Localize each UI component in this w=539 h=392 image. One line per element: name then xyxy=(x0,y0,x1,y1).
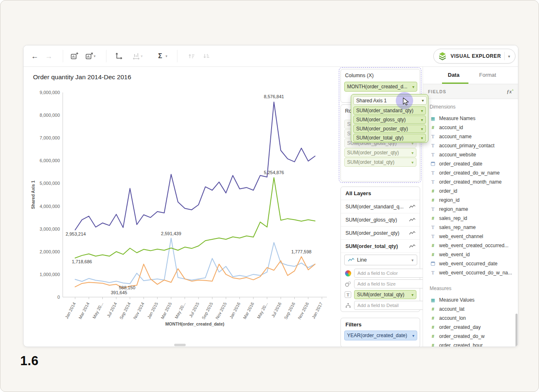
shared-axis-pill[interactable]: Shared Axis 1 ▾ xyxy=(353,96,427,105)
field-name: account_lon xyxy=(439,315,466,321)
field-item[interactable]: #sales_rep_id xyxy=(430,214,518,223)
x-tick-label: Mar 2014 xyxy=(78,301,90,320)
add-calculated-field-icon[interactable]: ƒx+ xyxy=(507,88,514,95)
add-chart-button[interactable] xyxy=(68,50,80,62)
tab-data[interactable]: Data xyxy=(448,72,459,78)
aggregate-button[interactable]: Σ xyxy=(154,50,166,62)
rows-pill[interactable]: SUM(order_total_qty)▾ xyxy=(344,158,416,167)
field-item[interactable]: #account_id xyxy=(430,123,518,132)
field-name: web_event_occurred_date xyxy=(439,261,497,267)
field-item[interactable]: ▦Measure Names xyxy=(430,114,518,123)
field-item[interactable]: #order_created_hour xyxy=(430,341,518,347)
field-item[interactable]: Tweb_event_channel xyxy=(430,232,518,241)
shared-axis-member-pill[interactable]: SUM(order_total_qty)▾ xyxy=(353,134,426,142)
shared-axis-member-pill[interactable]: SUM(order_standard_qty)▾ xyxy=(353,106,426,115)
text-pill-sum-order-total-qty[interactable]: SUM(order_total_qty) ▾ xyxy=(354,290,416,299)
chevron-down-icon[interactable]: ▾ xyxy=(411,293,414,297)
text-field-row: T SUM(order_total_qty) ▾ xyxy=(344,289,416,300)
forward-button[interactable]: → xyxy=(43,50,55,62)
visual-explorer-button[interactable]: VISUAL EXPLORER ▾ xyxy=(433,49,515,64)
swap-axes-button[interactable] xyxy=(113,50,125,62)
field-name: order_id xyxy=(439,188,457,194)
chevron-down-icon[interactable]: ▾ xyxy=(141,54,143,58)
layer-item[interactable]: SUM(order_total_qty) xyxy=(341,240,420,253)
field-item[interactable]: #account_lon xyxy=(430,314,518,323)
remove-chart-icon xyxy=(85,52,93,60)
field-item[interactable]: #web_event_id xyxy=(430,250,518,259)
field-item[interactable]: #account_lat xyxy=(430,305,518,314)
size-field-input[interactable] xyxy=(354,279,424,288)
field-item[interactable]: #order_created_day xyxy=(430,323,518,332)
button-divider xyxy=(504,52,505,60)
filter-pill-year-order-created-date[interactable]: YEAR(order_created_date) ▾ xyxy=(344,331,417,340)
field-item[interactable]: Taccount_name xyxy=(430,132,518,141)
field-item[interactable]: Torder_created_month_name xyxy=(430,177,518,187)
layer-item[interactable]: SUM(order_standard_q... xyxy=(341,200,420,213)
field-name: Measure Values xyxy=(439,297,475,303)
back-button[interactable]: ← xyxy=(28,50,41,62)
y-tick-label: 3,000,000 xyxy=(40,227,60,231)
chart-series-line xyxy=(75,257,315,288)
field-item[interactable]: Taccount_website xyxy=(430,150,518,159)
color-field-input[interactable] xyxy=(354,269,424,278)
chevron-down-icon[interactable]: ▾ xyxy=(422,98,424,103)
layer-item[interactable]: SUM(order_poster_qty) xyxy=(341,227,420,240)
chevron-down-icon[interactable]: ▾ xyxy=(412,333,414,338)
resize-bars-icon xyxy=(132,52,140,60)
field-item[interactable]: Taccount_primary_contact xyxy=(430,141,518,150)
layer-item[interactable]: SUM(order_gloss_qty) xyxy=(341,213,420,227)
mark-type-select[interactable]: Line ▾ xyxy=(344,255,417,265)
tab-format[interactable]: Format xyxy=(479,72,496,78)
chevron-down-icon[interactable]: ▾ xyxy=(165,54,168,58)
chevron-down-icon: ▾ xyxy=(411,160,414,165)
y-axis-title: Shared Axis 1 xyxy=(31,180,35,209)
x-tick-label: Jul 2015 xyxy=(188,301,200,318)
fields-list: Dimensions ▦Measure Names#account_idTacc… xyxy=(423,99,518,347)
chevron-down-icon[interactable]: ▾ xyxy=(412,85,414,89)
sidebar-scrollbar[interactable] xyxy=(515,314,518,347)
pill-label: SUM(order_gloss_qty) xyxy=(356,117,419,123)
chevron-down-icon: ▾ xyxy=(411,151,414,155)
fields-header: FIELDS ƒx+ xyxy=(423,84,518,99)
field-item[interactable]: Tregion_name xyxy=(430,205,518,214)
back-arrow-icon: ← xyxy=(31,52,38,61)
app-window: ← → ▾ ▾ Σ ▾ xyxy=(0,0,539,392)
sigma-icon: Σ xyxy=(158,52,162,60)
field-item[interactable]: Tsales_rep_name xyxy=(430,223,518,232)
chevron-down-icon[interactable]: ▾ xyxy=(411,258,414,262)
x-tick-label: Jan 2016 xyxy=(229,301,241,319)
field-item[interactable]: #order_id xyxy=(430,187,518,196)
field-item[interactable]: #web_event_created_occurred... xyxy=(430,241,518,250)
field-item[interactable]: Tweb_event_occurred_do_w_na... xyxy=(430,268,518,277)
field-item[interactable]: order_created_date xyxy=(430,159,518,168)
x-tick-label: Nov 2016 xyxy=(297,301,310,320)
chevron-down-icon[interactable]: ▾ xyxy=(508,54,510,59)
field-item[interactable]: #order_created_do_w xyxy=(430,332,518,341)
columns-pill-month-order-created-date[interactable]: MONTH(order_created_d... ▾ xyxy=(344,82,417,92)
data-point-label: 8,576,841 xyxy=(264,94,284,99)
chart-horizontal-scrollbar[interactable] xyxy=(174,344,186,346)
measures-label: Measures xyxy=(430,286,518,292)
number-icon: # xyxy=(430,343,436,347)
chevron-down-icon[interactable]: ▾ xyxy=(94,54,96,58)
x-tick-label: Mar 2016 xyxy=(242,301,255,320)
field-item[interactable]: Torder_created_do_w_name xyxy=(430,168,518,177)
sort-ascending-button[interactable] xyxy=(185,50,198,62)
x-tick-label: Jul 2016 xyxy=(270,301,282,318)
shared-axis-member-pill[interactable]: SUM(order_poster_qty)▾ xyxy=(353,125,426,133)
rows-pill[interactable]: SUM(order_poster_qty)▾ xyxy=(344,148,416,157)
field-item[interactable]: web_event_occurred_date xyxy=(430,259,518,268)
x-tick-label: Sep 2015 xyxy=(201,301,214,320)
sort-descending-button[interactable] xyxy=(200,50,213,62)
fields-label: FIELDS xyxy=(428,89,447,94)
field-item[interactable]: #region_id xyxy=(430,196,518,205)
detail-field-input[interactable] xyxy=(354,301,424,310)
data-point-label: 1,777,598 xyxy=(291,249,312,254)
field-name: region_name xyxy=(439,206,468,212)
field-name: account_primary_contact xyxy=(439,143,494,149)
field-name: order_created_date xyxy=(439,161,482,167)
shared-axis-member-pill[interactable]: SUM(order_gloss_qty)▾ xyxy=(353,116,426,124)
data-sidebar: Data Format FIELDS ƒx+ Dimensions ▦Measu… xyxy=(423,67,518,347)
visual-explorer-logo-icon xyxy=(437,51,447,61)
field-item[interactable]: ▦Measure Values xyxy=(430,295,518,305)
